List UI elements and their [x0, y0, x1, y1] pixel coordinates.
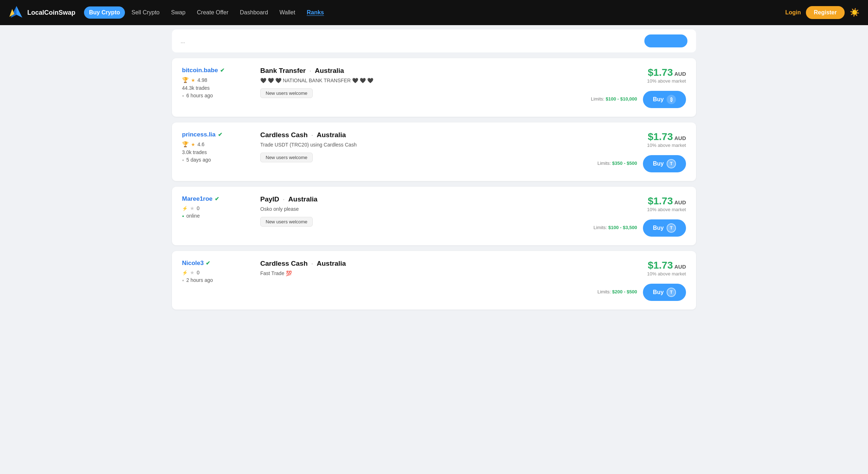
offer-description: Osko only please: [260, 206, 583, 212]
coin-icon: T: [667, 288, 676, 297]
star-icon: ★: [191, 78, 195, 83]
price-currency: AUD: [675, 135, 686, 141]
trophy-icon: 🏆: [182, 141, 189, 148]
last-seen-row: ● 2 hours ago: [182, 277, 250, 283]
above-market-text: 10% above market: [647, 78, 686, 84]
offer-stats: ⚡ ★ 0 ● online: [182, 205, 250, 219]
payment-method: PayID: [260, 195, 279, 203]
price-currency: AUD: [675, 71, 686, 77]
seller-username[interactable]: Maree1roe ✔: [182, 195, 250, 203]
register-button[interactable]: Register: [806, 6, 845, 19]
buy-button[interactable]: Buy T: [643, 155, 686, 172]
nav-sell-crypto[interactable]: Sell Crypto: [126, 6, 164, 19]
price-currency: AUD: [675, 264, 686, 270]
offer-price-section: $1.73 AUD 10% above market Limits: $200 …: [597, 260, 686, 301]
limits-values: $350 - $500: [612, 161, 637, 166]
offer-method-line: Cardless Cash · Australia: [260, 260, 587, 268]
rating-value: 0: [197, 270, 200, 275]
main-content: ... bitcoin.babe ✔ 🏆 ★ 4.98 44.3k trades: [165, 25, 703, 330]
truncated-text: ...: [181, 38, 185, 44]
status-dot-icon: ●: [182, 278, 184, 282]
last-seen-text: 6 hours ago: [186, 93, 213, 98]
price-block: $1.73 AUD 10% above market: [647, 195, 686, 212]
price-row: $1.73 AUD: [648, 195, 686, 207]
limits-values: $100 - $10,000: [606, 96, 637, 102]
last-seen-row: ● 5 days ago: [182, 157, 250, 163]
offer-seller-info: bitcoin.babe ✔ 🏆 ★ 4.98 44.3k trades ● 6…: [182, 67, 250, 98]
limits-buy-row: Limits: $200 - $500 Buy T: [597, 281, 686, 301]
offer-card: princess.lia ✔ 🏆 ★ 4.6 3.0k trades ● 5 d…: [172, 122, 696, 181]
nav-create-offer[interactable]: Create Offer: [192, 6, 234, 19]
offer-description: Trade USDT (TRC20) using Cardless Cash: [260, 142, 587, 148]
nav-links: Buy Crypto Sell Crypto Swap Create Offer…: [84, 6, 785, 19]
star-icon: ★: [190, 205, 195, 211]
price-row: $1.73 AUD: [648, 131, 686, 143]
verified-badge-icon: ✔: [215, 196, 219, 202]
limits-values: $200 - $500: [612, 289, 637, 294]
offer-card: Nicole3 ✔ ⚡ ★ 0 ● 2 hours ago Cardless C…: [172, 251, 696, 310]
separator: ·: [311, 260, 313, 268]
status-dot-icon: ●: [182, 94, 184, 98]
trades-count: 44.3k trades: [182, 85, 210, 91]
nav-dashboard[interactable]: Dashboard: [235, 6, 273, 19]
last-seen-text: 2 hours ago: [186, 277, 213, 283]
offer-price-section: $1.73 AUD 10% above market Limits: $100 …: [591, 67, 686, 108]
buy-button[interactable]: Buy ₿: [643, 91, 686, 108]
verified-badge-icon: ✔: [206, 260, 210, 266]
price-row: $1.73 AUD: [648, 260, 686, 271]
nav-swap[interactable]: Swap: [166, 6, 191, 19]
theme-toggle-icon[interactable]: ☀️: [850, 8, 859, 17]
navbar: LocalCoinSwap Buy Crypto Sell Crypto Swa…: [0, 0, 868, 25]
offer-card: Maree1roe ✔ ⚡ ★ 0 ● online PayID · Austr…: [172, 187, 696, 245]
rating-row: ⚡ ★ 0: [182, 270, 250, 275]
above-market-text: 10% above market: [647, 207, 686, 212]
offer-card: bitcoin.babe ✔ 🏆 ★ 4.98 44.3k trades ● 6…: [172, 58, 696, 117]
offer-seller-info: princess.lia ✔ 🏆 ★ 4.6 3.0k trades ● 5 d…: [182, 131, 250, 163]
verified-badge-icon: ✔: [220, 67, 225, 74]
verified-badge-icon: ✔: [218, 131, 223, 138]
seller-username[interactable]: princess.lia ✔: [182, 131, 250, 138]
offer-tag: New users welcome: [260, 153, 313, 162]
nav-wallet[interactable]: Wallet: [275, 6, 300, 19]
separator: ·: [283, 195, 285, 203]
trades-row: 44.3k trades: [182, 85, 250, 91]
offer-limits: Limits: $350 - $500: [597, 161, 637, 166]
star-icon: ★: [191, 142, 195, 147]
trades-count: 3.0k trades: [182, 149, 207, 155]
rating-value: 4.98: [197, 77, 207, 83]
lightning-icon: ⚡: [182, 270, 188, 275]
seller-username[interactable]: Nicole3 ✔: [182, 260, 250, 267]
price-value: $1.73: [648, 67, 673, 78]
trophy-icon: 🏆: [182, 77, 189, 83]
rating-row: 🏆 ★ 4.6: [182, 141, 250, 148]
buy-button[interactable]: Buy T: [643, 219, 686, 237]
payment-method: Bank Transfer: [260, 67, 306, 75]
limits-buy-row: Limits: $100 - $3,500 Buy T: [593, 217, 686, 237]
trades-row: 3.0k trades: [182, 149, 250, 155]
rating-value: 4.6: [197, 141, 204, 147]
price-value: $1.73: [648, 195, 673, 207]
offer-method-line: Cardless Cash · Australia: [260, 131, 587, 139]
seller-username[interactable]: bitcoin.babe ✔: [182, 67, 250, 74]
nav-ranks[interactable]: Ranks: [302, 6, 329, 19]
logo-icon: [9, 5, 24, 20]
offer-description: 🖤 🖤 🖤 NATIONAL BANK TRANSFER 🖤 🖤 🖤: [260, 78, 581, 83]
brand[interactable]: LocalCoinSwap: [9, 5, 75, 20]
price-block: $1.73 AUD 10% above market: [647, 67, 686, 84]
price-value: $1.73: [648, 260, 673, 271]
offer-stats: 🏆 ★ 4.98 44.3k trades ● 6 hours ago: [182, 77, 250, 98]
nav-buy-crypto[interactable]: Buy Crypto: [84, 6, 125, 19]
offer-location: Australia: [317, 260, 346, 268]
price-block: $1.73 AUD 10% above market: [647, 131, 686, 148]
offer-tag: New users welcome: [260, 217, 313, 227]
login-button[interactable]: Login: [785, 9, 801, 16]
limits-values: $100 - $3,500: [608, 225, 637, 230]
offer-method-line: PayID · Australia: [260, 195, 583, 203]
offer-details: Cardless Cash · Australia Trade USDT (TR…: [250, 131, 597, 162]
buy-button[interactable]: Buy T: [643, 284, 686, 301]
offer-details: Bank Transfer · Australia 🖤 🖤 🖤 NATIONAL…: [250, 67, 591, 98]
last-seen-row: ● 6 hours ago: [182, 93, 250, 98]
offer-location: Australia: [317, 131, 346, 139]
offer-limits: Limits: $200 - $500: [597, 289, 637, 294]
offer-description: Fast Trade 💯: [260, 270, 587, 276]
